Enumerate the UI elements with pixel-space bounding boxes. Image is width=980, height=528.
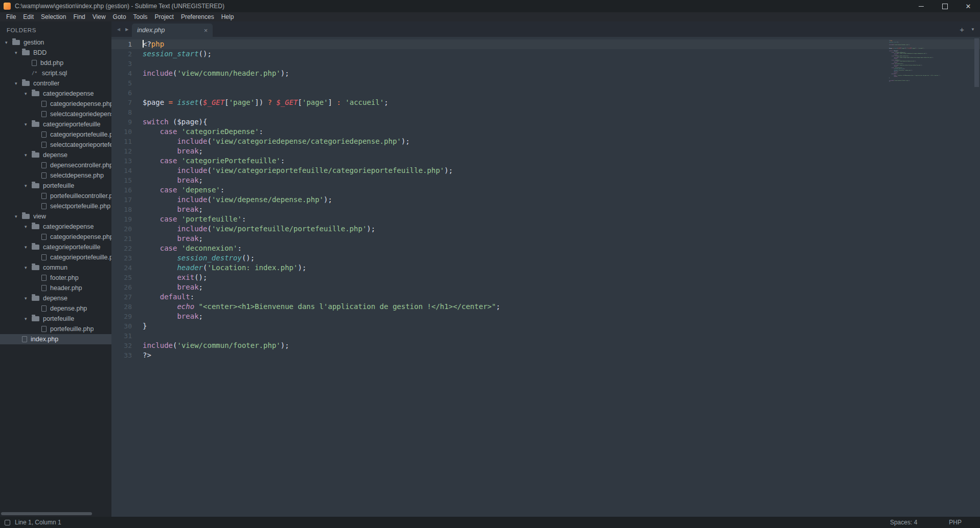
code-line-11[interactable]: 11 include('view/categoriedepense/catego… <box>111 137 980 146</box>
tab-close-icon[interactable]: × <box>201 27 208 34</box>
disclosure-triangle-icon[interactable]: ▾ <box>25 262 32 273</box>
title-bar[interactable]: C:\wamp\www\gestion\index.php (gestion) … <box>0 0 980 12</box>
code-line-15[interactable]: 15 break; <box>111 175 980 185</box>
tree-file-bdd.php[interactable]: bdd.php <box>0 58 111 68</box>
code-line-17[interactable]: 17 include('view/depense/depense.php'); <box>111 195 980 205</box>
tree-folder-BDD[interactable]: ▾BDD <box>0 48 111 58</box>
code-line-32[interactable]: 32include('view/commun/footer.php'); <box>111 341 980 350</box>
code-line-29[interactable]: 29 break; <box>111 312 980 321</box>
new-tab-icon[interactable]: + <box>960 25 964 34</box>
code-line-5[interactable]: 5 <box>111 78 980 88</box>
code-line-10[interactable]: 10 case 'categorieDepense': <box>111 127 980 137</box>
code-line-30[interactable]: 30} <box>111 321 980 331</box>
code-line-33[interactable]: 33?> <box>111 350 980 360</box>
menu-view[interactable]: View <box>89 13 109 20</box>
disclosure-triangle-icon[interactable]: ▾ <box>25 314 32 324</box>
disclosure-triangle-icon[interactable]: ▾ <box>25 222 32 232</box>
tree-file-script.sql[interactable]: /*script.sql <box>0 68 111 78</box>
tree-folder-commun[interactable]: ▾commun <box>0 262 111 273</box>
tree-file-index.php[interactable]: index.php <box>0 334 111 344</box>
code-line-3[interactable]: 3 <box>111 59 980 69</box>
code-line-18[interactable]: 18 break; <box>111 205 980 214</box>
code-line-12[interactable]: 12 break; <box>111 146 980 156</box>
code-line-4[interactable]: 4include('view/commun/header.php'); <box>111 69 980 78</box>
tree-folder-depense[interactable]: ▾depense <box>0 150 111 160</box>
menu-goto[interactable]: Goto <box>109 13 130 20</box>
tree-file-depense.php[interactable]: depense.php <box>0 303 111 314</box>
disclosure-triangle-icon[interactable]: ▾ <box>25 150 32 160</box>
indent-status[interactable]: Spaces: 4 <box>890 519 917 526</box>
tab-history-back-icon[interactable]: ◀ <box>115 27 123 32</box>
code-line-16[interactable]: 16 case 'depense': <box>111 185 980 195</box>
code-line-28[interactable]: 28 echo "<center><h1>Bienvenue dans l'ap… <box>111 302 980 312</box>
tree-file-selectportefeuille.php[interactable]: selectportefeuille.php <box>0 201 111 211</box>
tree-folder-categorieportefeuille[interactable]: ▾categorieportefeuille <box>0 242 111 252</box>
disclosure-triangle-icon[interactable]: ▾ <box>5 37 12 48</box>
menu-edit[interactable]: Edit <box>19 13 37 20</box>
code-line-2[interactable]: 2session_start(); <box>111 49 980 59</box>
tree-folder-gestion[interactable]: ▾gestion <box>0 37 111 48</box>
tree-file-selectcategorieportefeuille.php[interactable]: selectcategorieportefeuille.php <box>0 140 111 150</box>
disclosure-triangle-icon[interactable]: ▾ <box>15 48 22 58</box>
menu-preferences[interactable]: Preferences <box>177 13 218 20</box>
code-line-25[interactable]: 25 exit(); <box>111 273 980 282</box>
syntax-status[interactable]: PHP <box>949 519 962 526</box>
tab-history-forward-icon[interactable]: ▶ <box>123 27 131 32</box>
tree-folder-portefeuille[interactable]: ▾portefeuille <box>0 181 111 191</box>
tree-file-footer.php[interactable]: footer.php <box>0 273 111 283</box>
tree-file-categoriedepense.php[interactable]: categoriedepense.php <box>0 99 111 109</box>
disclosure-triangle-icon[interactable]: ▾ <box>25 242 32 252</box>
code-line-7[interactable]: 7$page = isset($_GET['page']) ? $_GET['p… <box>111 98 980 107</box>
code-line-22[interactable]: 22 case 'deconnexion': <box>111 244 980 253</box>
menu-find[interactable]: Find <box>70 13 88 20</box>
tree-file-categorieportefeuille.php[interactable]: categorieportefeuille.php <box>0 252 111 262</box>
disclosure-triangle-icon[interactable]: ▾ <box>25 181 32 191</box>
code-line-6[interactable]: 6 <box>111 88 980 98</box>
code-line-24[interactable]: 24 header('Location: index.php'); <box>111 263 980 273</box>
code-view[interactable]: 1<?php2session_start();34include('view/c… <box>111 37 980 360</box>
maximize-button[interactable] <box>933 0 956 12</box>
tree-file-portefeuille.php[interactable]: portefeuille.php <box>0 324 111 334</box>
menu-selection[interactable]: Selection <box>37 13 70 20</box>
disclosure-triangle-icon[interactable]: ▾ <box>25 89 32 99</box>
menu-help[interactable]: Help <box>218 13 238 20</box>
tab-index-php[interactable]: index.php × <box>132 24 213 37</box>
menu-file[interactable]: File <box>3 13 19 20</box>
tree-file-selectdepense.php[interactable]: selectdepense.php <box>0 170 111 181</box>
code-line-9[interactable]: 9switch ($page){ <box>111 117 980 127</box>
sidebar-horizontal-scrollbar[interactable] <box>1 512 92 515</box>
menu-project[interactable]: Project <box>151 13 177 20</box>
code-line-8[interactable]: 8 <box>111 107 980 117</box>
disclosure-triangle-icon[interactable]: ▾ <box>15 78 22 89</box>
tree-folder-categoriedepense[interactable]: ▾categoriedepense <box>0 89 111 99</box>
tree-folder-view[interactable]: ▾view <box>0 211 111 222</box>
code-line-23[interactable]: 23 session_destroy(); <box>111 253 980 263</box>
disclosure-triangle-icon[interactable]: ▾ <box>25 293 32 303</box>
tree-folder-categoriedepense[interactable]: ▾categoriedepense <box>0 222 111 232</box>
tree-file-header.php[interactable]: header.php <box>0 283 111 293</box>
code-line-20[interactable]: 20 include('view/portefeuille/portefeuil… <box>111 224 980 234</box>
tree-file-portefeuillecontroller.php[interactable]: portefeuillecontroller.php <box>0 191 111 201</box>
tree-file-categoriedepense.php[interactable]: categoriedepense.php <box>0 232 111 242</box>
code-line-19[interactable]: 19 case 'portefeuille': <box>111 214 980 224</box>
disclosure-triangle-icon[interactable]: ▾ <box>15 211 22 222</box>
code-line-31[interactable]: 31 <box>111 331 980 341</box>
code-line-1[interactable]: 1<?php <box>111 39 980 49</box>
code-line-26[interactable]: 26 break; <box>111 282 980 292</box>
code-line-27[interactable]: 27 default: <box>111 292 980 302</box>
code-line-21[interactable]: 21 break; <box>111 234 980 244</box>
status-info-icon[interactable] <box>5 520 10 525</box>
tree-file-categorieportefeuille.php[interactable]: categorieportefeuille.php <box>0 129 111 140</box>
minimap[interactable]: <?phpsession_start();include('view/commu… <box>889 40 940 82</box>
code-line-14[interactable]: 14 include('view/categorieportefeuille/c… <box>111 166 980 175</box>
tree-folder-controller[interactable]: ▾controller <box>0 78 111 89</box>
code-line-13[interactable]: 13 case 'categoriePortefeuille': <box>111 156 980 166</box>
close-button[interactable]: ✕ <box>956 0 980 12</box>
tree-file-depensecontroller.php[interactable]: depensecontroller.php <box>0 160 111 170</box>
editor-vertical-scrollbar[interactable] <box>974 38 979 87</box>
code-editor[interactable]: 1<?php2session_start();34include('view/c… <box>111 37 980 517</box>
tree-folder-portefeuille[interactable]: ▾portefeuille <box>0 314 111 324</box>
tree-file-selectcategoriedepense.php[interactable]: selectcategoriedepense.php <box>0 109 111 119</box>
tree-folder-depense[interactable]: ▾depense <box>0 293 111 303</box>
menu-tools[interactable]: Tools <box>130 13 151 20</box>
